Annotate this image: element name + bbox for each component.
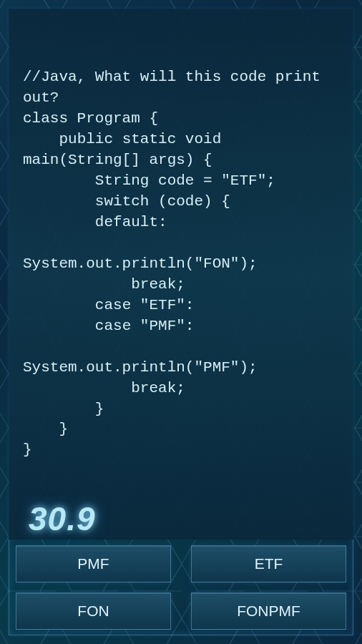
timer-display: 30.9: [29, 499, 96, 538]
question-code: //Java, What will this code print out? c…: [23, 67, 339, 461]
answer-option-4[interactable]: FONPMF: [191, 592, 346, 630]
answer-option-2[interactable]: ETF: [191, 545, 346, 582]
question-panel: //Java, What will this code print out? c…: [9, 9, 353, 540]
answer-grid: PMF ETF FON FONPMF: [16, 545, 346, 630]
answer-option-1[interactable]: PMF: [16, 545, 171, 582]
answer-option-3[interactable]: FON: [16, 592, 171, 630]
